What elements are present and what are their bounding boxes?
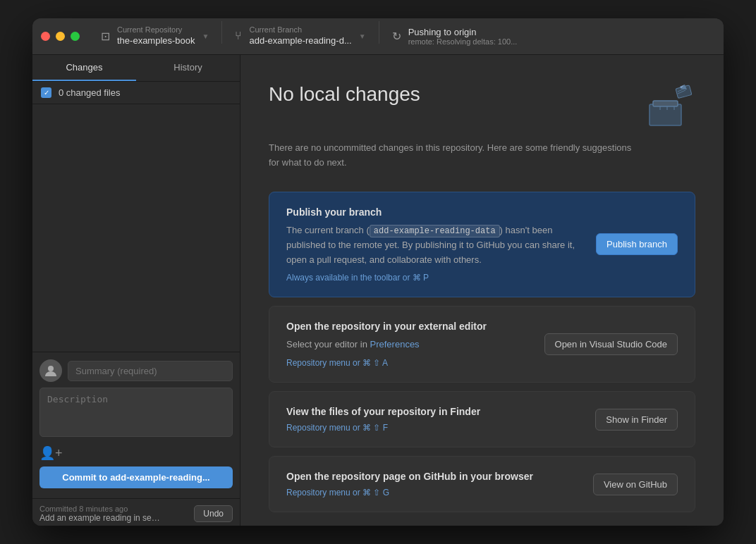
show-in-finder-button[interactable]: Show in Finder (595, 409, 678, 431)
no-changes-header: No local changes (269, 83, 695, 132)
toolbar-divider-2 (379, 21, 379, 44)
undo-button[interactable]: Undo (194, 505, 233, 522)
toolbar: ⊡ Current Repository the-examples-book ▼… (91, 21, 715, 51)
last-commit-info: Committed 8 minutes ago Add an example r… (39, 505, 166, 523)
commit-summary-row (39, 359, 233, 382)
svg-point-0 (48, 366, 54, 371)
publish-card-content: Publish your branch The current branch (… (286, 206, 582, 283)
coauthor-button[interactable]: 👤+ (39, 445, 63, 461)
toolbar-divider-1 (221, 21, 222, 44)
illustration (639, 83, 695, 132)
publish-branch-button[interactable]: Publish branch (596, 233, 678, 255)
repository-label: Current Repository (117, 25, 195, 35)
last-commit-bar: Committed 8 minutes ago Add an example r… (32, 498, 240, 526)
open-in-editor-button[interactable]: Open in Visual Studio Code (544, 333, 678, 355)
main-panel: No local changes (240, 55, 724, 526)
publish-body-pre: The current branch ( (286, 225, 370, 235)
tab-history[interactable]: History (136, 55, 240, 81)
commit-btn-text: Commit to add-example-reading... (62, 472, 209, 483)
commit-summary-input[interactable] (68, 361, 233, 381)
publish-shortcut: Always available in the toolbar or ⌘ P (286, 273, 582, 283)
repository-section[interactable]: ⊡ Current Repository the-examples-book ▼ (91, 21, 219, 51)
repository-name: the-examples-book (117, 35, 195, 47)
last-commit-message: Add an example reading in semi-... (39, 513, 166, 523)
finder-card-title: View the files of your repository in Fin… (286, 406, 581, 417)
tab-changes[interactable]: Changes (32, 55, 136, 81)
github-shortcut: Repository menu or ⌘ ⇧ G (286, 488, 579, 497)
publish-card-title: Publish your branch (286, 206, 582, 218)
last-commit-time: Committed 8 minutes ago (39, 505, 166, 513)
publish-branch-code: add-example-reading-data (370, 225, 500, 237)
commit-button[interactable]: Commit to add-example-reading... (39, 466, 233, 488)
maximize-button[interactable] (71, 32, 80, 41)
svg-rect-1 (650, 104, 681, 125)
publish-btn-area: Publish branch (596, 233, 678, 255)
no-changes-title-block: No local changes (269, 83, 420, 106)
github-btn-area: View on GitHub (593, 474, 678, 495)
no-changes-title: No local changes (269, 83, 420, 106)
preferences-link[interactable]: Preferences (370, 339, 420, 350)
files-count: 0 changed files (59, 87, 120, 98)
branch-label: Current Branch (249, 25, 351, 35)
finder-card-content: View the files of your repository in Fin… (286, 406, 581, 433)
branch-icon: ⑂ (235, 30, 242, 42)
editor-btn-area: Open in Visual Studio Code (544, 333, 678, 355)
svg-rect-2 (653, 101, 678, 106)
commit-area: 👤+ Commit to add-example-reading... (32, 352, 240, 495)
repository-content: Current Repository the-examples-book (117, 25, 195, 47)
finder-card-header: View the files of your repository in Fin… (286, 406, 678, 433)
titlebar: ⊡ Current Repository the-examples-book ▼… (32, 18, 724, 55)
github-card-header: Open the repository page on GitHub in yo… (286, 471, 678, 497)
publish-card-header: Publish your branch The current branch (… (286, 206, 678, 283)
finder-btn-area: Show in Finder (595, 409, 678, 431)
push-section[interactable]: ↻ Pushing to origin remote: Resolving de… (382, 21, 715, 51)
repository-icon: ⊡ (101, 30, 110, 43)
editor-card: Open the repository in your external edi… (269, 306, 695, 383)
files-header: 0 changed files (32, 82, 240, 104)
push-subtitle: remote: Resolving deltas: 100... (408, 37, 518, 46)
app-window: ⊡ Current Repository the-examples-book ▼… (32, 18, 724, 526)
sidebar: Changes History 0 changed files (32, 55, 240, 526)
sidebar-tabs: Changes History (32, 55, 240, 82)
minimize-button[interactable] (56, 32, 65, 41)
editor-card-title: Open the repository in your external edi… (286, 321, 530, 332)
editor-card-content: Open the repository in your external edi… (286, 321, 530, 368)
editor-card-header: Open the repository in your external edi… (286, 321, 678, 368)
github-card-title: Open the repository page on GitHub in yo… (286, 471, 579, 482)
files-list (32, 104, 240, 352)
no-changes-section: No local changes (269, 83, 695, 171)
close-button[interactable] (41, 32, 50, 41)
commit-description-input[interactable] (39, 388, 233, 437)
github-card-content: Open the repository page on GitHub in yo… (286, 471, 579, 497)
editor-card-body: Select your editor in Preferences (286, 338, 530, 352)
main-content: Changes History 0 changed files (32, 55, 724, 526)
branch-name: add-example-reading-d... (249, 35, 351, 47)
finder-shortcut: Repository menu or ⌘ ⇧ F (286, 423, 581, 433)
select-all-checkbox[interactable] (41, 87, 51, 98)
editor-shortcut: Repository menu or ⌘ ⇧ A (286, 358, 530, 368)
repository-arrow-icon: ▼ (202, 32, 209, 40)
branch-arrow-icon: ▼ (359, 32, 366, 40)
branch-content: Current Branch add-example-reading-d... (249, 25, 351, 47)
branch-section[interactable]: ⑂ Current Branch add-example-reading-d..… (225, 21, 375, 51)
traffic-lights (41, 32, 80, 41)
push-title: Pushing to origin (408, 27, 518, 37)
no-changes-description: There are no uncommitted changes in this… (269, 141, 635, 171)
commit-footer: 👤+ (39, 445, 233, 461)
publish-card-body: The current branch (add-example-reading-… (286, 223, 582, 268)
editor-body-pre: Select your editor in (286, 339, 370, 350)
avatar (39, 359, 62, 382)
finder-card: View the files of your repository in Fin… (269, 391, 695, 447)
publish-branch-card: Publish your branch The current branch (… (269, 192, 695, 298)
view-on-github-button[interactable]: View on GitHub (593, 474, 678, 495)
push-content: Pushing to origin remote: Resolving delt… (408, 27, 518, 46)
github-card: Open the repository page on GitHub in yo… (269, 456, 695, 512)
push-icon: ↻ (392, 30, 401, 43)
